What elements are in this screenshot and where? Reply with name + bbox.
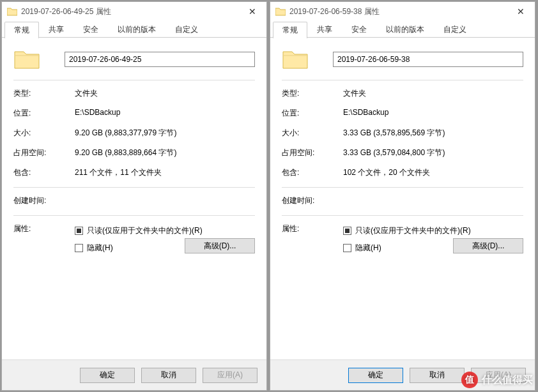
tab-security[interactable]: 安全 xyxy=(73,21,108,38)
tab-strip: 常规 共享 安全 以前的版本 自定义 xyxy=(270,21,535,38)
readonly-label: 只读(仅应用于文件夹中的文件)(R) xyxy=(87,225,203,236)
location-label: 位置: xyxy=(13,108,75,119)
created-label: 创建时间: xyxy=(282,195,343,206)
tab-sharing[interactable]: 共享 xyxy=(307,21,342,38)
type-value: 文件夹 xyxy=(75,88,255,99)
close-icon[interactable]: ✕ xyxy=(238,2,266,21)
size-on-disk-label: 占用空间: xyxy=(13,147,75,158)
contains-label: 包含: xyxy=(13,167,75,178)
dialog-button-bar: 确定 取消 应用(A) xyxy=(270,359,535,390)
readonly-checkbox[interactable] xyxy=(75,227,83,235)
properties-dialog-2: 2019-07-26-06-59-38 属性 ✕ 常规 共享 安全 以前的版本 … xyxy=(270,1,535,391)
tab-customize[interactable]: 自定义 xyxy=(434,21,476,38)
size-on-disk-value: 3.33 GB (3,579,084,800 字节) xyxy=(343,147,523,158)
hidden-label: 隐藏(H) xyxy=(355,243,381,253)
readonly-label: 只读(仅应用于文件夹中的文件)(R) xyxy=(355,225,471,236)
folder-name-input[interactable] xyxy=(333,52,523,67)
separator xyxy=(282,187,523,188)
type-value: 文件夹 xyxy=(343,88,523,99)
advanced-button[interactable]: 高级(D)... xyxy=(185,238,255,253)
properties-dialog-1: 2019-07-26-06-49-25 属性 ✕ 常规 共享 安全 以前的版本 … xyxy=(1,1,267,391)
ok-button[interactable]: 确定 xyxy=(348,368,403,383)
separator xyxy=(13,215,255,216)
type-label: 类型: xyxy=(13,88,75,99)
tab-content-general: 类型:文件夹 位置:E:\SDBackup 大小:9.20 GB (9,883,… xyxy=(2,38,266,359)
titlebar[interactable]: 2019-07-26-06-59-38 属性 ✕ xyxy=(270,2,535,21)
separator xyxy=(13,80,255,80)
separator xyxy=(13,187,255,188)
tab-customize[interactable]: 自定义 xyxy=(165,21,208,38)
hidden-label: 隐藏(H) xyxy=(87,243,113,253)
separator xyxy=(282,215,523,216)
cancel-button[interactable]: 取消 xyxy=(141,368,196,383)
tab-previous-versions[interactable]: 以前的版本 xyxy=(108,21,165,38)
created-value xyxy=(343,195,523,206)
tab-security[interactable]: 安全 xyxy=(342,21,376,38)
attributes-label: 属性: xyxy=(13,223,75,234)
type-label: 类型: xyxy=(282,88,343,99)
folder-icon-large xyxy=(282,48,309,71)
location-label: 位置: xyxy=(282,108,343,119)
location-value: E:\SDBackup xyxy=(343,108,523,119)
tab-content-general: 类型:文件夹 位置:E:\SDBackup 大小:3.33 GB (3,578,… xyxy=(270,38,535,359)
apply-button: 应用(A) xyxy=(471,368,526,383)
window-title: 2019-07-26-06-59-38 属性 xyxy=(289,6,506,17)
size-on-disk-label: 占用空间: xyxy=(282,147,343,158)
tab-sharing[interactable]: 共享 xyxy=(39,21,73,38)
size-value: 3.33 GB (3,578,895,569 字节) xyxy=(343,128,523,139)
contains-value: 102 个文件，20 个文件夹 xyxy=(343,167,523,178)
tab-general[interactable]: 常规 xyxy=(273,22,307,38)
size-on-disk-value: 9.20 GB (9,883,889,664 字节) xyxy=(75,147,255,158)
hidden-checkbox[interactable] xyxy=(75,244,83,252)
created-value xyxy=(75,195,255,206)
size-label: 大小: xyxy=(282,128,343,139)
size-value: 9.20 GB (9,883,377,979 字节) xyxy=(75,128,255,139)
created-label: 创建时间: xyxy=(13,195,75,206)
folder-icon xyxy=(7,7,17,16)
hidden-checkbox[interactable] xyxy=(343,244,351,252)
location-value: E:\SDBackup xyxy=(75,108,255,119)
size-label: 大小: xyxy=(13,128,75,139)
folder-icon xyxy=(275,7,286,16)
titlebar[interactable]: 2019-07-26-06-49-25 属性 ✕ xyxy=(2,2,266,21)
advanced-button[interactable]: 高级(D)... xyxy=(453,238,523,253)
apply-button: 应用(A) xyxy=(203,368,257,383)
ok-button[interactable]: 确定 xyxy=(80,368,135,383)
readonly-checkbox[interactable] xyxy=(343,227,351,235)
tab-previous-versions[interactable]: 以前的版本 xyxy=(376,21,434,38)
cancel-button[interactable]: 取消 xyxy=(410,368,465,383)
separator xyxy=(282,80,523,80)
contains-value: 211 个文件，11 个文件夹 xyxy=(75,167,255,178)
tab-general[interactable]: 常规 xyxy=(4,22,39,38)
tab-strip: 常规 共享 安全 以前的版本 自定义 xyxy=(2,21,266,38)
window-title: 2019-07-26-06-49-25 属性 xyxy=(21,6,238,17)
contains-label: 包含: xyxy=(282,167,343,178)
folder-name-input[interactable] xyxy=(65,52,255,67)
close-icon[interactable]: ✕ xyxy=(506,2,535,21)
folder-icon-large xyxy=(13,48,40,71)
attributes-label: 属性: xyxy=(282,223,343,234)
dialog-button-bar: 确定 取消 应用(A) xyxy=(2,359,266,390)
